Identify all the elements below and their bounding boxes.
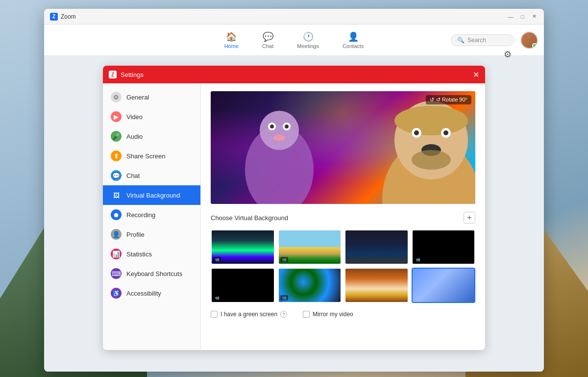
svg-point-19: [414, 130, 419, 135]
statistics-icon: 📊: [111, 249, 122, 259]
audio-icon: 🎤: [111, 131, 122, 142]
app-title: Zoom: [61, 13, 76, 20]
accessibility-icon: ♿: [111, 288, 122, 299]
svg-point-20: [443, 130, 448, 135]
sidebar-item-share-screen[interactable]: ⬆ Share Screen: [103, 146, 200, 166]
sidebar-share-label: Share Screen: [126, 152, 166, 160]
bg-aurora-video-icon: 📹: [213, 257, 221, 262]
svg-point-16: [394, 106, 468, 135]
close-button[interactable]: ✕: [530, 13, 538, 21]
settings-close-button[interactable]: ✕: [473, 70, 479, 79]
profile-icon: 👤: [111, 229, 122, 240]
tab-home-label: Home: [224, 43, 239, 49]
share-screen-icon: ⬆: [111, 151, 122, 161]
green-screen-checkbox[interactable]: [211, 311, 218, 318]
sidebar-item-statistics[interactable]: 📊 Statistics: [103, 244, 200, 264]
add-icon: +: [467, 213, 471, 222]
bg-space-image: [345, 230, 408, 264]
bg-beach-thumb[interactable]: 📹: [278, 229, 342, 265]
sidebar-profile-label: Profile: [126, 231, 145, 238]
sidebar-audio-label: Audio: [126, 133, 143, 140]
sidebar-item-profile[interactable]: 👤 Profile: [103, 225, 200, 244]
title-bar: Z Zoom — □ ✕: [44, 9, 544, 25]
online-status-dot: [532, 43, 537, 48]
settings-sidebar: ⚙ General ▶ Video 🎤 Audio ⬆ Share Screen: [103, 83, 201, 350]
bg-black2-thumb[interactable]: 📹: [211, 268, 275, 303]
chat-nav-icon: 💬: [263, 31, 273, 42]
chat-icon: 💬: [111, 170, 122, 181]
bg-room-thumb[interactable]: [344, 268, 409, 303]
green-screen-help-icon[interactable]: ?: [280, 311, 287, 318]
rotate-label: ↺ Rotate 90°: [436, 97, 467, 103]
svg-point-1: [260, 111, 299, 150]
checkbox-row: I have a green screen ? Mirror my video: [211, 311, 475, 318]
tab-meetings[interactable]: 🕐 Meetings: [293, 29, 323, 51]
green-screen-checkbox-item: I have a green screen ?: [211, 311, 287, 318]
bg-section-header: Choose Virtual Background +: [211, 212, 475, 224]
app-window: Z Zoom — □ ✕ 🏠 Home 💬 Chat 🕐 Meetings: [44, 9, 544, 372]
bg-aurora-thumb[interactable]: 📹: [211, 229, 275, 265]
settings-main-content: ↺ ↺ Rotate 90° Choose Virtual Background…: [201, 83, 485, 350]
settings-header: Z Settings ✕: [103, 66, 485, 83]
tab-meetings-label: Meetings: [297, 43, 319, 49]
home-icon: 🏠: [226, 31, 237, 42]
settings-modal: Z Settings ✕ ⚙ General ▶ Video: [103, 66, 485, 350]
title-bar-controls: — □ ✕: [507, 13, 538, 21]
sidebar-keyboard-label: Keyboard Shortcuts: [126, 270, 182, 277]
bg-black1-thumb[interactable]: 📹: [412, 229, 476, 265]
svg-point-6: [273, 135, 285, 141]
sidebar-recording-label: Recording: [126, 211, 155, 219]
sidebar-item-recording[interactable]: ⏺ Recording: [103, 205, 200, 225]
add-background-button[interactable]: +: [464, 212, 475, 224]
tab-contacts[interactable]: 👤 Contacts: [339, 29, 368, 51]
sidebar-item-accessibility[interactable]: ♿ Accessibility: [103, 283, 200, 303]
sidebar-stats-label: Statistics: [126, 251, 152, 258]
sidebar-item-video[interactable]: ▶ Video: [103, 107, 200, 126]
sidebar-video-label: Video: [126, 113, 143, 121]
meetings-icon: 🕐: [303, 31, 314, 42]
bg-person-thumb[interactable]: [412, 268, 476, 303]
sidebar-item-chat[interactable]: 💬 Chat: [103, 166, 200, 185]
rotate-button[interactable]: ↺ ↺ Rotate 90°: [426, 95, 471, 104]
sidebar-item-virtual-background[interactable]: 🖼 Virtual Background: [103, 185, 200, 205]
tab-chat[interactable]: 💬 Chat: [258, 29, 277, 51]
search-box[interactable]: 🔍 Search: [451, 34, 514, 46]
bg-earth-thumb[interactable]: 📹: [278, 268, 342, 303]
sidebar-item-general[interactable]: ⚙ General: [103, 87, 200, 107]
tab-contacts-label: Contacts: [343, 43, 364, 49]
avatar[interactable]: [520, 31, 538, 49]
sidebar-general-label: General: [126, 94, 149, 101]
bg-beach-video-icon: 📹: [280, 257, 288, 262]
bg-person-image: [413, 269, 475, 302]
general-icon: ⚙: [111, 92, 122, 102]
bg-earth-video-icon: 📹: [280, 295, 288, 301]
contacts-icon: 👤: [348, 31, 359, 42]
bg-space-thumb[interactable]: [344, 229, 409, 265]
recording-icon: ⏺: [111, 209, 122, 220]
svg-point-5: [285, 125, 289, 128]
video-icon: ▶: [111, 111, 122, 122]
mirror-video-label: Mirror my video: [313, 311, 353, 318]
sidebar-accessibility-label: Accessibility: [126, 290, 161, 297]
green-screen-label: I have a green screen: [220, 311, 277, 318]
settings-title: Settings: [121, 71, 144, 78]
virtual-bg-icon: 🖼: [111, 190, 122, 201]
svg-point-4: [270, 125, 274, 128]
search-icon: 🔍: [457, 37, 465, 44]
tab-home[interactable]: 🏠 Home: [220, 29, 243, 51]
settings-header-icon: Z: [109, 71, 117, 78]
bg-black1-video-icon: 📹: [414, 257, 422, 262]
sidebar-vbg-label: Virtual Background: [126, 192, 180, 199]
sidebar-item-keyboard-shortcuts[interactable]: ⌨ Keyboard Shortcuts: [103, 264, 200, 283]
nav-tabs: 🏠 Home 💬 Chat 🕐 Meetings 👤 Contacts: [220, 29, 368, 51]
background-grid: 📹 📹 📹: [211, 229, 475, 303]
video-scene: [211, 91, 475, 204]
mirror-video-checkbox[interactable]: [303, 311, 310, 318]
maximize-button[interactable]: □: [518, 13, 526, 21]
mirror-video-checkbox-item: Mirror my video: [303, 311, 353, 318]
minimize-button[interactable]: —: [507, 13, 514, 21]
gear-settings-icon[interactable]: ⚙: [504, 56, 512, 60]
sidebar-item-audio[interactable]: 🎤 Audio: [103, 126, 200, 146]
search-label: Search: [467, 37, 486, 44]
video-canvas: [211, 91, 475, 204]
